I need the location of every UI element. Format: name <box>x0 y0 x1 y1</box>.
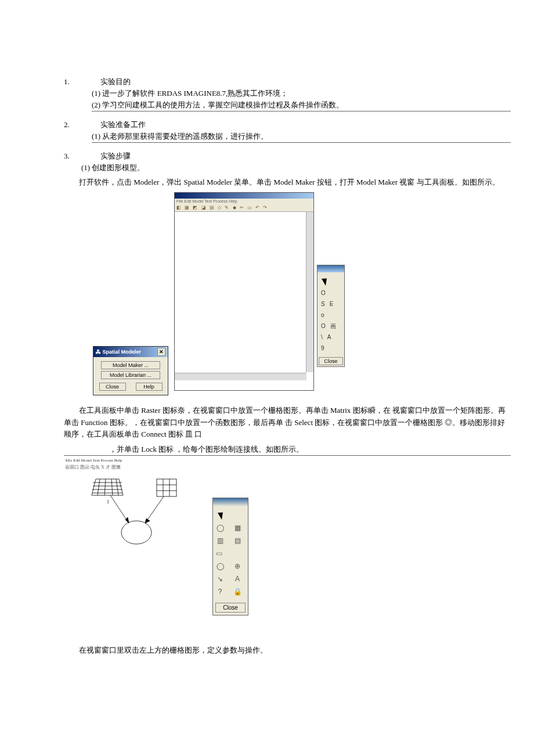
para-2: 在工具面板中单击 Raster 图标奈，在视窗窗口中放置一个栅格图形。再单击 M… <box>64 405 511 441</box>
raster-shape-icon <box>92 479 123 495</box>
window-menubar[interactable]: File Edit Model Text Process Help <box>175 199 313 204</box>
section-1-title: 实验目的 <box>100 77 131 86</box>
screenshot-1: 🖧 Spatial Modeler ✕ Model Maker ... Mode… <box>93 192 511 395</box>
section-1-heading: 1. 实验目的 <box>64 77 511 87</box>
cursor-icon[interactable] <box>218 510 226 520</box>
matrix-shape-icon <box>157 479 176 496</box>
table-tool-icon[interactable]: ▤ <box>232 535 243 546</box>
item-text: 从老师那里获得需要处理的遥感数据，进行操作。 <box>102 132 268 141</box>
rect-tool-icon[interactable]: ▭ <box>215 548 226 559</box>
tool-icon[interactable]: o <box>321 309 324 321</box>
horizontal-scrollbar[interactable] <box>175 373 306 380</box>
dialog-body: Model Maker ... Model Librarian ... Clos… <box>93 357 168 395</box>
section-2-heading: 2. 实验准备工作 <box>64 120 511 130</box>
screenshot-2: XEe Edil Model Text Process Help 容圍口 囲品 … <box>64 458 511 641</box>
dialog-title: 🖧 Spatial Modeler <box>96 349 141 355</box>
section-1-num: 1. <box>64 77 99 87</box>
tool-palette-2: ◯ ▦ ▥ ▤ ▭ ◯ ⊕ ↘ A ? 🔒 Close <box>212 498 248 615</box>
lock-tool-icon[interactable]: 🔒 <box>232 586 243 597</box>
palette-close-button[interactable]: Close <box>215 603 246 613</box>
tool-palette: O SE o O画 \A 9 Close <box>317 265 345 367</box>
para-3: 在视窗窗口里双击左上方的栅格图形，定义参数与操作。 <box>64 645 511 657</box>
help-button[interactable]: Help <box>136 383 163 391</box>
para-2b: ，并单击 Lock 图标 ，给每个图形绘制连接线。如图所示。 <box>64 444 511 456</box>
section-2-title: 实验准备工作 <box>100 120 146 129</box>
tool-icon[interactable]: A <box>327 332 331 343</box>
shot2-menubar[interactable]: XEe Edil Model Text Process Help <box>65 458 511 463</box>
section-3-para-1: 打开软件，点击 Modeler，弹出 Spatial Modeler 菜单。单击… <box>64 177 511 189</box>
item-label: (1) <box>81 163 90 172</box>
tool-icon[interactable]: S <box>321 298 325 309</box>
tool-icon[interactable]: 画 <box>330 321 336 332</box>
item-text: 学习空间建模工具的使用方法，掌握空间建模操作过程及条件操作函数。 <box>102 100 344 109</box>
window-titlebar[interactable] <box>175 193 313 199</box>
section-2-item-1: (1) 从老师那里获得需要处理的遥感数据，进行操作。 <box>92 131 511 143</box>
tool-icon[interactable]: E <box>330 298 334 309</box>
svg-line-16 <box>145 496 164 523</box>
grid-tool-icon[interactable]: ▥ <box>215 535 225 546</box>
palette-titlebar[interactable] <box>317 265 344 272</box>
section-3-num: 3. <box>64 152 99 161</box>
text-tool-icon[interactable]: A <box>232 574 243 584</box>
tool-icon[interactable]: O <box>321 321 326 332</box>
item-label: (1) <box>92 89 100 98</box>
connect-tool-icon[interactable]: ↘ <box>215 574 225 584</box>
shot2-toolbar[interactable]: 容圍口 囲品 电兔 X 才 图擞 <box>65 464 511 470</box>
matrix-tool-icon[interactable]: ▦ <box>232 523 243 533</box>
window-toolbar[interactable]: ◧ ▦ ◩ ◪ ▤ ◇ ✎ ◆ ✂ ▭ ↶ ↷ <box>175 204 313 212</box>
canvas-area[interactable] <box>175 212 313 380</box>
tool-icon[interactable]: 9 <box>321 343 324 354</box>
model-maker-window: File Edit Model Text Process Help ◧ ▦ ◩ … <box>174 192 314 391</box>
svg-rect-9 <box>157 479 176 496</box>
svg-marker-17 <box>145 519 150 523</box>
close-icon[interactable]: ✕ <box>157 348 165 356</box>
dialog-titlebar[interactable]: 🖧 Spatial Modeler ✕ <box>93 347 168 357</box>
spatial-modeler-dialog: 🖧 Spatial Modeler ✕ Model Maker ... Mode… <box>93 346 168 395</box>
section-3-heading: 3. 实验步骤 <box>64 151 511 161</box>
model-diagram: 1 <box>87 476 203 557</box>
raster-tool-icon[interactable]: ◯ <box>215 523 225 533</box>
connector-lines <box>110 495 164 523</box>
section-3-title: 实验步骤 <box>100 152 131 160</box>
section-1-item-2: (2) 学习空间建模工具的使用方法，掌握空间建模操作过程及条件操作函数。 <box>92 100 511 111</box>
palette-titlebar[interactable] <box>213 498 248 506</box>
function-shape-icon <box>121 521 151 544</box>
vertical-scrollbar[interactable] <box>306 212 313 372</box>
section-2-num: 2. <box>64 120 99 129</box>
svg-marker-15 <box>125 517 129 523</box>
cursor-icon[interactable] <box>322 276 330 286</box>
close-button[interactable]: Close <box>99 383 126 391</box>
item-text: 创建图形模型。 <box>92 163 145 172</box>
tool-icon[interactable]: \ <box>321 332 323 343</box>
section-1-item-1: (1) 进一步了解软件 ERDAS IMAGINE8.7,熟悉其工作环境； <box>92 88 511 99</box>
model-librarian-button[interactable]: Model Librarian ... <box>101 371 160 379</box>
help-tool-icon[interactable]: ? <box>215 586 225 597</box>
item-label: (2) <box>92 100 100 110</box>
target-tool-icon[interactable]: ⊕ <box>232 561 243 571</box>
palette-close-button[interactable]: Close <box>319 357 343 365</box>
section-3-item-1: (1) 创建图形模型。 <box>81 163 511 173</box>
model-maker-button[interactable]: Model Maker ... <box>101 361 160 369</box>
item-label: (1) <box>92 132 100 141</box>
label-1: 1 <box>107 499 109 505</box>
circle-tool-icon[interactable]: ◯ <box>215 561 225 571</box>
item-text: 进一步了解软件 ERDAS IMAGINE8.7,熟悉其工作环境； <box>102 89 288 98</box>
tool-icon[interactable]: O <box>321 287 326 298</box>
